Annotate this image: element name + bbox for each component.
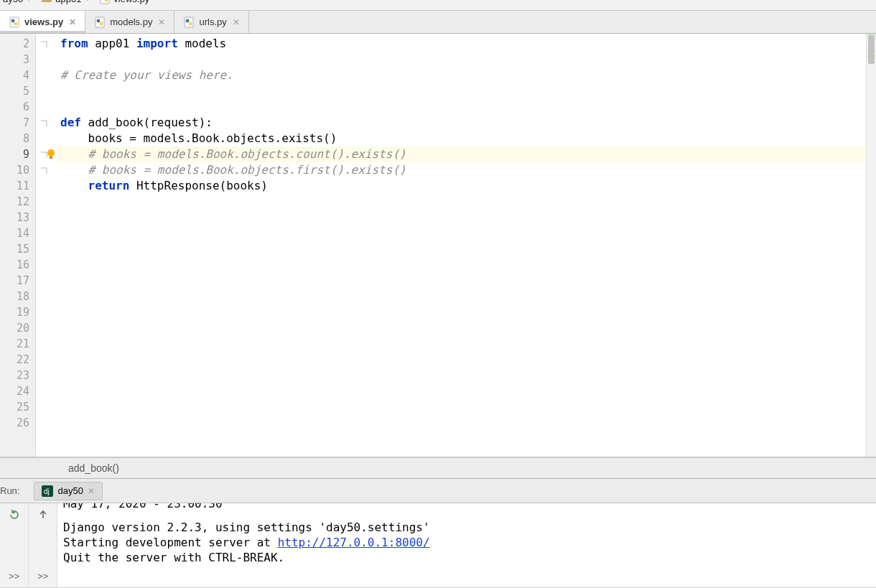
svg-text:dj: dj xyxy=(44,487,50,495)
code-line[interactable] xyxy=(57,52,866,67)
code-line[interactable] xyxy=(57,257,866,273)
folder-icon xyxy=(41,0,52,4)
python-file-icon xyxy=(183,17,195,28)
line-number: 3 xyxy=(0,52,35,67)
code-line[interactable] xyxy=(57,415,866,431)
python-file-icon xyxy=(9,17,20,28)
code-line[interactable]: return HttpResponse(books) xyxy=(57,178,866,194)
line-number: 4 xyxy=(0,67,35,83)
svg-rect-0 xyxy=(42,0,52,2)
code-line[interactable]: # Create your views here. xyxy=(57,67,866,83)
line-number: 7 xyxy=(0,115,35,131)
tab-label: models.py xyxy=(110,17,152,27)
console-line: Starting development server at http://12… xyxy=(63,535,870,550)
breadcrumb-item[interactable]: app01 xyxy=(38,0,84,6)
scroll-up-icon[interactable] xyxy=(36,508,50,522)
run-label: Run: xyxy=(0,485,27,496)
code-line[interactable]: # books = models.Book.objects.count().ex… xyxy=(57,146,866,162)
line-number: 8 xyxy=(0,131,35,146)
scrollbar-thumb[interactable] xyxy=(868,35,875,64)
chevrons-label: >> xyxy=(9,571,19,582)
console-line: Quit the server with CTRL-BREAK. xyxy=(63,550,870,565)
line-number: 24 xyxy=(0,383,35,399)
svg-rect-8 xyxy=(95,17,104,27)
run-toolwindow: >> >> May 17, 2020 - 23:00:30Django vers… xyxy=(0,503,876,587)
line-number: 6 xyxy=(0,99,35,115)
breadcrumb-item[interactable]: ay50 xyxy=(0,0,26,6)
line-number: 19 xyxy=(0,304,35,320)
django-icon: dj xyxy=(42,485,53,497)
tab-label: urls.py xyxy=(199,17,226,27)
line-number: 22 xyxy=(0,352,35,368)
editor-tabs: views.py✕models.py✕urls.py✕ xyxy=(0,11,876,34)
code-editor[interactable]: 2345678910111213141516171819202122232425… xyxy=(0,34,876,457)
code-line[interactable] xyxy=(57,99,866,115)
line-number: 12 xyxy=(0,194,35,210)
line-number: 21 xyxy=(0,336,35,352)
run-tab-label: day50 xyxy=(57,485,83,496)
code-area[interactable]: from app01 import models # Create your v… xyxy=(57,34,866,457)
code-line[interactable] xyxy=(57,383,866,399)
code-line[interactable] xyxy=(57,336,866,352)
breadcrumb-item[interactable]: views.py xyxy=(96,0,152,6)
code-line[interactable] xyxy=(57,241,866,257)
run-tab[interactable]: dj day50 ✕ xyxy=(34,482,102,500)
editor-tab[interactable]: views.py✕ xyxy=(0,11,85,33)
line-number: 13 xyxy=(0,210,35,225)
breadcrumb: ay50 〉 app01 〉 views.py xyxy=(0,0,876,11)
code-line[interactable] xyxy=(57,368,866,383)
code-line[interactable] xyxy=(57,352,866,368)
svg-rect-5 xyxy=(10,17,19,27)
svg-point-10 xyxy=(100,22,103,25)
expand-icon[interactable]: >> xyxy=(7,569,22,583)
svg-point-12 xyxy=(186,19,190,22)
vertical-scrollbar[interactable] xyxy=(866,34,876,457)
fold-collapse-icon[interactable] xyxy=(40,39,53,52)
rerun-icon[interactable] xyxy=(7,508,22,522)
tab-label: views.py xyxy=(24,17,63,27)
code-line[interactable] xyxy=(57,273,866,289)
close-icon[interactable]: ✕ xyxy=(69,17,76,27)
close-icon[interactable]: ✕ xyxy=(158,17,165,27)
line-number: 14 xyxy=(0,225,35,241)
svg-point-7 xyxy=(14,22,18,25)
line-number: 16 xyxy=(0,257,35,273)
editor-tab[interactable]: models.py✕ xyxy=(85,11,174,33)
code-line[interactable] xyxy=(57,399,866,415)
code-line[interactable]: def add_book(request): xyxy=(57,115,866,131)
svg-point-14 xyxy=(47,149,55,157)
svg-rect-11 xyxy=(185,17,193,27)
line-number: 20 xyxy=(0,320,35,336)
server-url-link[interactable]: http://127.0.0.1:8000/ xyxy=(278,536,430,549)
code-line[interactable] xyxy=(57,83,866,99)
code-line[interactable] xyxy=(57,194,866,210)
expand-icon[interactable]: >> xyxy=(36,569,50,583)
editor-tab[interactable]: urls.py✕ xyxy=(174,11,248,33)
svg-point-6 xyxy=(11,19,15,22)
console-output[interactable]: May 17, 2020 - 23:00:30Django version 2.… xyxy=(57,503,876,587)
close-icon[interactable]: ✕ xyxy=(233,17,240,27)
code-line[interactable] xyxy=(57,320,866,336)
code-line[interactable]: books = models.Book.objects.exists() xyxy=(57,131,866,146)
svg-rect-15 xyxy=(50,157,52,159)
code-line[interactable] xyxy=(57,210,866,225)
close-icon[interactable]: ✕ xyxy=(88,486,95,496)
python-file-icon xyxy=(94,17,106,28)
chevrons-label: >> xyxy=(37,571,48,582)
line-number: 17 xyxy=(0,273,35,289)
code-line[interactable] xyxy=(57,225,866,241)
code-line[interactable] xyxy=(57,304,866,320)
function-breadcrumb-label: add_book() xyxy=(68,462,119,474)
line-number: 2 xyxy=(0,36,35,52)
chevron-right-icon: 〉 xyxy=(84,0,96,6)
fold-end-icon[interactable] xyxy=(40,166,53,179)
line-number: 18 xyxy=(0,289,35,304)
code-line[interactable] xyxy=(57,289,866,304)
intention-bulb-icon[interactable] xyxy=(45,148,57,161)
code-line[interactable]: from app01 import models xyxy=(57,36,866,52)
fold-collapse-icon[interactable] xyxy=(40,118,53,131)
function-breadcrumb[interactable]: add_book() xyxy=(0,457,876,479)
code-line[interactable]: # books = models.Book.objects.first().ex… xyxy=(57,162,866,178)
line-number: 15 xyxy=(0,241,35,257)
line-number: 23 xyxy=(0,368,35,383)
